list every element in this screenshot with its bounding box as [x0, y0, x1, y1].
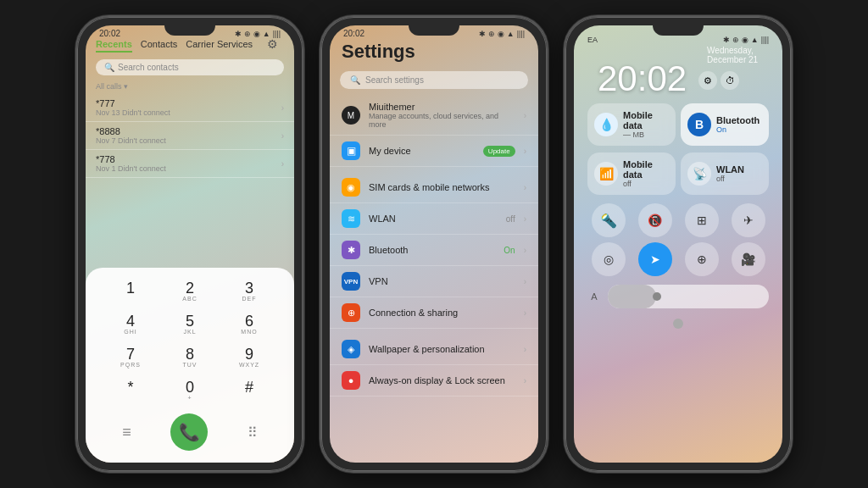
key-5[interactable]: 5JKL	[162, 309, 218, 339]
call-item-1[interactable]: *777 Nov 13 Didn't connect ›	[86, 94, 294, 122]
key-9[interactable]: 9WXYZ	[221, 342, 277, 372]
cc-icon-row-1: 🔦 📵 ⊞ ✈	[581, 203, 776, 237]
screen-cast-button[interactable]: ⊞	[685, 203, 719, 237]
cc-tiles-row2: 📶 Mobile data off 📡 WLAN off	[581, 149, 776, 198]
wlan-tile-text: WLAN off	[716, 164, 762, 183]
call-status: Nov 1 Didn't connect	[96, 164, 166, 173]
sim-icon: ◉	[342, 178, 360, 197]
brightness-slider[interactable]	[608, 285, 769, 308]
dialer-content: ⚙ Recents Contacts Carrier Services 🔍 Se…	[86, 25, 294, 463]
settings-item-always-on[interactable]: ● Always-on display & Lock screen ›	[330, 365, 538, 396]
chevron-right-icon: ›	[524, 111, 526, 120]
power-button[interactable]	[547, 127, 548, 169]
volume-down-button[interactable]	[320, 144, 321, 174]
miuithemer-text: Miuithemer Manage accounts, cloud servic…	[369, 102, 515, 129]
settings-item-wallpaper[interactable]: ◈ Wallpaper & personalization ›	[330, 334, 538, 365]
settings-item-miuithemer[interactable]: M Miuithemer Manage accounts, cloud serv…	[330, 96, 538, 136]
chevron-right-icon: ›	[524, 183, 526, 192]
mydevice-text: My device	[369, 146, 475, 156]
call-button[interactable]: 📞	[170, 413, 208, 451]
volume-up-button[interactable]	[320, 102, 321, 131]
wlan-icon: ≋	[342, 209, 360, 228]
brightness-control: A	[581, 281, 776, 312]
call-number: *778	[96, 154, 166, 164]
contacts-search[interactable]: 🔍 Search contacts	[96, 59, 284, 75]
phone-control-center: EA ✱⊕◉▲|||| 20:02 Wednesday, December 21…	[564, 15, 793, 473]
settings-screen: 20:02 ✱⊕◉▲|||| Settings 🔍 Search setting…	[330, 25, 538, 463]
settings-item-vpn[interactable]: VPN VPN ›	[330, 266, 538, 297]
key-2[interactable]: 2ABC	[162, 276, 218, 306]
call-item-2[interactable]: *8888 Nov 7 Didn't connect ›	[86, 122, 294, 150]
volume-up-button[interactable]	[75, 102, 77, 131]
status-icons: ✱⊕◉▲||||	[235, 30, 281, 38]
settings-item-bluetooth[interactable]: ✱ Bluetooth On ›	[330, 235, 538, 266]
all-calls-label: All calls ▾	[86, 79, 294, 94]
settings-item-connection-sharing[interactable]: ⊕ Connection & sharing ›	[330, 297, 538, 329]
settings-item-sim[interactable]: ◉ SIM cards & mobile networks ›	[330, 172, 538, 203]
update-badge: Update	[483, 146, 515, 157]
home-indicator[interactable]	[673, 319, 683, 329]
menu-icon[interactable]: ≡	[122, 424, 131, 441]
flashlight-button[interactable]: 🔦	[592, 203, 626, 237]
do-not-disturb-button[interactable]: ◎	[592, 242, 626, 276]
settings-search[interactable]: 🔍 Search settings	[340, 71, 528, 89]
rotation-button[interactable]: ⊕	[685, 242, 719, 276]
key-1[interactable]: 1	[103, 276, 159, 306]
notch	[409, 25, 459, 36]
mobile-data-tile[interactable]: 💧 Mobile data — MB	[587, 103, 676, 146]
key-4[interactable]: 4GHI	[103, 309, 159, 339]
settings-quick-icon[interactable]: ⚙	[698, 71, 717, 90]
chevron-right-icon: ›	[281, 159, 284, 169]
bluetooth-tile-text: Bluetooth On	[716, 115, 762, 134]
key-6[interactable]: 6MNO	[221, 309, 277, 339]
mobile-data-icon-2: 📶	[594, 162, 618, 186]
call-number: *777	[96, 98, 170, 108]
volume-down-button[interactable]	[564, 144, 565, 174]
bluetooth-tile[interactable]: B Bluetooth On	[681, 103, 769, 146]
key-hash[interactable]: #	[221, 375, 277, 405]
key-0[interactable]: 0+	[162, 375, 218, 405]
cc-icon-row-2: ◎ ➤ ⊕ 🎥	[581, 242, 776, 276]
always-on-text: Always-on display & Lock screen	[369, 375, 515, 385]
keypad-icon[interactable]: ⠿	[248, 424, 258, 441]
key-8[interactable]: 8TUV	[162, 342, 218, 372]
timer-quick-icon[interactable]: ⏱	[721, 71, 739, 90]
call-number: *8888	[96, 126, 166, 136]
settings-item-wlan[interactable]: ≋ WLAN off ›	[330, 203, 538, 235]
status-time: 20:02	[99, 29, 120, 38]
airplane-button[interactable]: ✈	[732, 203, 765, 237]
vpn-icon: VPN	[342, 272, 360, 291]
call-item-3[interactable]: *778 Nov 1 Didn't connect ›	[86, 150, 294, 178]
volume-down-button[interactable]	[75, 144, 77, 174]
wallpaper-text: Wallpaper & personalization	[369, 344, 515, 354]
wlan-tile-icon: 📡	[687, 162, 711, 186]
control-center-content: EA ✱⊕◉▲|||| 20:02 Wednesday, December 21…	[574, 25, 782, 463]
no-signal-button[interactable]: 📵	[638, 203, 672, 237]
volume-up-button[interactable]	[564, 102, 565, 131]
settings-item-mydevice[interactable]: ▣ My device Update ›	[330, 136, 538, 167]
power-button[interactable]	[791, 127, 793, 169]
cc-time: 20:02	[589, 61, 695, 97]
key-7[interactable]: 7PQRS	[103, 342, 159, 372]
search-icon: 🔍	[350, 75, 360, 85]
camera-button[interactable]: 🎥	[732, 242, 765, 276]
location-button[interactable]: ➤	[638, 242, 672, 276]
brightness-label: A	[587, 291, 601, 302]
phone-settings: 20:02 ✱⊕◉▲|||| Settings 🔍 Search setting…	[320, 15, 548, 473]
key-3[interactable]: 3DEF	[221, 276, 277, 306]
mobile-data-icon: 💧	[594, 113, 618, 136]
call-status: Nov 13 Didn't connect	[96, 108, 170, 117]
mobile-data-tile-2[interactable]: 📶 Mobile data off	[587, 152, 676, 195]
bluetooth-text: Bluetooth	[369, 245, 495, 255]
chevron-right-icon: ›	[524, 214, 526, 224]
search-placeholder: Search settings	[365, 75, 424, 85]
cc-tiles-row1: 💧 Mobile data — MB B Bluetooth	[581, 100, 776, 149]
mydevice-icon: ▣	[342, 141, 360, 160]
power-button[interactable]	[303, 127, 304, 169]
wlan-tile[interactable]: 📡 WLAN off	[681, 152, 769, 195]
always-on-icon: ●	[342, 371, 360, 390]
key-star[interactable]: *	[103, 375, 159, 405]
wlan-value: off	[506, 214, 515, 224]
search-icon: 🔍	[104, 63, 114, 72]
chevron-right-icon: ›	[281, 103, 284, 113]
